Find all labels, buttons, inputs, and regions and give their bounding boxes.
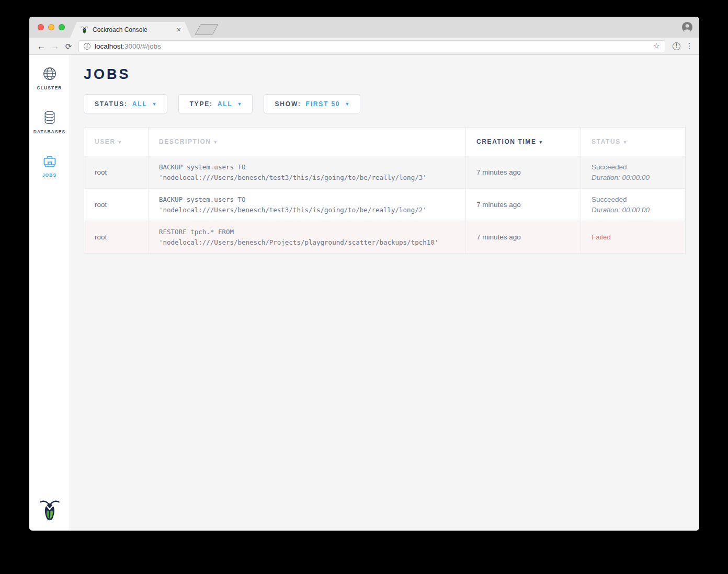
column-header-status[interactable]: STATUS ▾ bbox=[581, 128, 685, 156]
forward-button[interactable]: → bbox=[48, 42, 62, 51]
profile-avatar-icon[interactable] bbox=[681, 21, 693, 33]
column-label: USER bbox=[95, 138, 116, 145]
description-cell: BACKUP system.users TO 'nodelocal:///Use… bbox=[149, 189, 466, 221]
globe-icon bbox=[42, 66, 58, 82]
sidebar-item-label: JOBS bbox=[42, 173, 57, 178]
url-text: localhost:3000/#/jobs bbox=[95, 42, 653, 50]
status-filter-dropdown[interactable]: STATUS: ALL ▼ bbox=[84, 94, 167, 113]
cockroach-console-app: CLUSTER DATABASES bbox=[29, 55, 699, 530]
job-target-path: 'nodelocal:///Users/benesch/test3/this/i… bbox=[159, 173, 465, 183]
sort-caret-icon: ▾ bbox=[624, 139, 627, 145]
creation-time-cell: 7 minutes ago bbox=[466, 156, 581, 188]
zoom-window-button[interactable] bbox=[59, 24, 65, 30]
browser-menu-icon[interactable]: ⋮ bbox=[685, 41, 694, 51]
job-statement: BACKUP system.users TO bbox=[159, 194, 465, 205]
sidebar-item-cluster[interactable]: CLUSTER bbox=[29, 57, 70, 99]
table-row: root BACKUP system.users TO 'nodelocal:/… bbox=[84, 188, 685, 221]
column-header-user[interactable]: USER ▾ bbox=[84, 128, 149, 156]
column-label: CREATION TIME bbox=[476, 138, 537, 145]
filter-value: ALL bbox=[132, 100, 147, 108]
browser-tab-cockroach-console[interactable]: Cockroach Console × bbox=[70, 22, 191, 38]
minimize-window-button[interactable] bbox=[48, 24, 54, 30]
sort-caret-icon: ▾ bbox=[214, 139, 218, 145]
filter-label: STATUS: bbox=[95, 100, 128, 108]
sort-caret-icon: ▾ bbox=[540, 139, 543, 145]
table-header-row: USER ▾ DESCRIPTION ▾ CREATION TIME ▾ STA… bbox=[84, 128, 685, 156]
job-duration: Duration: 00:00:00 bbox=[592, 205, 685, 215]
column-header-creation-time[interactable]: CREATION TIME ▾ bbox=[466, 128, 581, 156]
job-duration: Duration: 00:00:00 bbox=[592, 173, 685, 183]
sidebar-item-label: CLUSTER bbox=[37, 85, 62, 90]
status-badge: Succeeded bbox=[592, 162, 685, 173]
chevron-down-icon: ▼ bbox=[345, 101, 349, 107]
column-label: STATUS bbox=[592, 138, 621, 145]
url-host: localhost bbox=[95, 42, 122, 50]
job-statement: BACKUP system.users TO bbox=[159, 162, 465, 173]
reload-button[interactable]: ⟳ bbox=[62, 42, 75, 50]
description-cell: RESTORE tpch.* FROM 'nodelocal:///Users/… bbox=[149, 221, 466, 253]
chevron-down-icon: ▼ bbox=[237, 101, 242, 107]
sidebar-item-jobs[interactable]: JOBS bbox=[29, 145, 70, 187]
column-label: DESCRIPTION bbox=[159, 138, 211, 145]
briefcase-icon bbox=[42, 154, 58, 169]
status-badge: Succeeded bbox=[592, 194, 685, 205]
status-cell: Failed bbox=[581, 221, 685, 253]
filter-bar: STATUS: ALL ▼ TYPE: ALL ▼ SHOW: FIRST 50… bbox=[84, 94, 699, 113]
chevron-down-icon: ▼ bbox=[152, 101, 157, 107]
user-cell: root bbox=[84, 156, 149, 188]
status-badge: Failed bbox=[592, 232, 685, 243]
filter-value: ALL bbox=[218, 100, 233, 108]
sidebar-item-databases[interactable]: DATABASES bbox=[29, 101, 70, 143]
tab-title: Cockroach Console bbox=[93, 26, 177, 33]
creation-time-cell: 7 minutes ago bbox=[466, 189, 581, 221]
table-row: root RESTORE tpch.* FROM 'nodelocal:///U… bbox=[84, 221, 685, 253]
filter-label: TYPE: bbox=[189, 100, 212, 108]
page-title: JOBS bbox=[84, 66, 699, 83]
description-cell: BACKUP system.users TO 'nodelocal:///Use… bbox=[149, 156, 466, 188]
sort-caret-icon: ▾ bbox=[119, 139, 122, 145]
jobs-page: JOBS STATUS: ALL ▼ TYPE: ALL ▼ SHOW: FIR… bbox=[70, 55, 699, 530]
new-tab-button[interactable] bbox=[195, 24, 218, 35]
browser-window: Cockroach Console × ← → ⟳ i localhost:30… bbox=[29, 17, 699, 531]
show-filter-dropdown[interactable]: SHOW: FIRST 50 ▼ bbox=[264, 94, 360, 113]
browser-titlebar: Cockroach Console × bbox=[29, 17, 699, 38]
status-cell: Succeeded Duration: 00:00:00 bbox=[581, 156, 685, 188]
database-icon bbox=[42, 110, 57, 125]
tab-close-icon[interactable]: × bbox=[177, 26, 181, 33]
user-cell: root bbox=[84, 221, 149, 253]
creation-time-cell: 7 minutes ago bbox=[466, 221, 581, 253]
traffic-lights bbox=[38, 24, 65, 30]
table-row: root BACKUP system.users TO 'nodelocal:/… bbox=[84, 156, 685, 188]
browser-toolbar: ← → ⟳ i localhost:3000/#/jobs ☆ ! ⋮ bbox=[29, 38, 699, 55]
cockroach-logo-icon bbox=[29, 498, 70, 524]
column-header-description[interactable]: DESCRIPTION ▾ bbox=[149, 128, 466, 156]
type-filter-dropdown[interactable]: TYPE: ALL ▼ bbox=[178, 94, 253, 113]
job-target-path: 'nodelocal:///Users/benesch/test3/this/i… bbox=[159, 205, 465, 215]
back-button[interactable]: ← bbox=[35, 42, 48, 51]
url-path: :3000/#/jobs bbox=[122, 42, 161, 50]
extension-icon[interactable]: ! bbox=[673, 42, 680, 50]
filter-label: SHOW: bbox=[275, 100, 301, 108]
user-cell: root bbox=[84, 189, 149, 221]
filter-value: FIRST 50 bbox=[306, 100, 340, 108]
sidebar-item-label: DATABASES bbox=[33, 129, 66, 134]
jobs-table: USER ▾ DESCRIPTION ▾ CREATION TIME ▾ STA… bbox=[84, 127, 686, 254]
cockroach-favicon-icon bbox=[81, 26, 88, 35]
status-cell: Succeeded Duration: 00:00:00 bbox=[581, 189, 685, 221]
url-bar[interactable]: i localhost:3000/#/jobs ☆ bbox=[78, 40, 665, 52]
sidebar: CLUSTER DATABASES bbox=[29, 55, 70, 530]
job-statement: RESTORE tpch.* FROM bbox=[159, 227, 465, 237]
table-body: root BACKUP system.users TO 'nodelocal:/… bbox=[84, 156, 685, 253]
bookmark-star-icon[interactable]: ☆ bbox=[653, 41, 660, 51]
page-info-icon[interactable]: i bbox=[84, 43, 90, 50]
close-window-button[interactable] bbox=[38, 24, 44, 30]
job-target-path: 'nodelocal:///Users/benesch/Projects/pla… bbox=[159, 237, 465, 248]
